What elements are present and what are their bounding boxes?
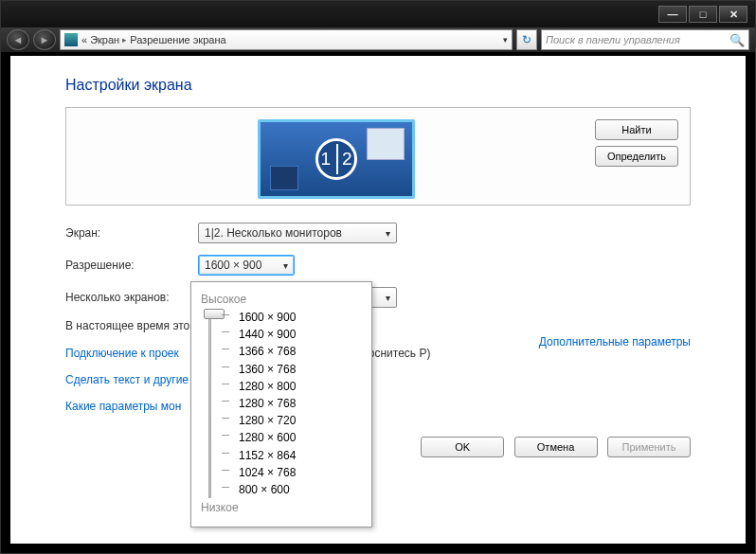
cancel-button[interactable]: Отмена bbox=[514, 437, 598, 457]
window: — □ ✕ ◄ ► « Экран ▸ Разрешение экрана ▾ … bbox=[0, 0, 756, 554]
resolution-popup[interactable]: Высокое 1600 × 9001440 × 9001366 × 76813… bbox=[190, 281, 372, 527]
projector-link[interactable]: Подключение к проек bbox=[65, 347, 179, 360]
search-placeholder: Поиск в панели управления bbox=[546, 34, 680, 45]
resolution-option[interactable]: 1152 × 864 bbox=[239, 447, 362, 464]
forward-button[interactable]: ► bbox=[33, 29, 56, 50]
resolution-option[interactable]: 1366 × 768 bbox=[239, 343, 362, 360]
monitor-thumbnail[interactable]: 12 bbox=[258, 119, 415, 199]
display-combo[interactable]: 1|2. Несколько мониторов bbox=[198, 223, 397, 243]
find-button[interactable]: Найти bbox=[595, 119, 678, 140]
navbar: ◄ ► « Экран ▸ Разрешение экрана ▾ ↻ Поис… bbox=[1, 27, 755, 52]
resolution-option[interactable]: 1280 × 600 bbox=[239, 429, 362, 446]
breadcrumb-item[interactable]: Экран bbox=[90, 34, 119, 45]
monitor-preview: 12 Найти Определить bbox=[65, 107, 691, 206]
resolution-option[interactable]: 1440 × 900 bbox=[239, 326, 362, 343]
address-bar[interactable]: « Экран ▸ Разрешение экрана ▾ bbox=[60, 29, 513, 50]
popup-low-label: Низкое bbox=[201, 501, 362, 514]
resolution-slider[interactable] bbox=[201, 309, 218, 498]
control-panel-icon bbox=[64, 33, 78, 46]
breadcrumb-prefix: « bbox=[81, 34, 87, 45]
ok-button[interactable]: OK bbox=[421, 437, 504, 457]
chevron-right-icon: ▸ bbox=[122, 35, 127, 45]
status-text: В настоящее время это bbox=[65, 319, 189, 332]
content-pane: Настройки экрана 12 Найти Определить Экр… bbox=[10, 56, 746, 544]
resolution-option[interactable]: 1360 × 768 bbox=[239, 361, 362, 378]
popup-high-label: Высокое bbox=[201, 293, 362, 306]
window-thumb-icon bbox=[367, 128, 405, 160]
dialog-buttons: OK Отмена Применить bbox=[65, 423, 691, 457]
monitor-numbers: 12 bbox=[315, 138, 357, 180]
breadcrumb-item[interactable]: Разрешение экрана bbox=[130, 34, 225, 45]
resolution-option[interactable]: 1024 × 768 bbox=[239, 464, 362, 481]
apply-button: Применить bbox=[607, 437, 691, 457]
close-button[interactable]: ✕ bbox=[719, 6, 747, 23]
resolution-list: 1600 × 9001440 × 9001366 × 7681360 × 768… bbox=[218, 309, 362, 498]
refresh-button[interactable]: ↻ bbox=[516, 29, 537, 50]
search-icon[interactable]: 🔍 bbox=[729, 33, 745, 47]
multiple-label: Несколько экранов: bbox=[65, 291, 198, 304]
projector-tail: оснитесь P) bbox=[369, 347, 431, 360]
which-params-link[interactable]: Какие параметры мон bbox=[65, 400, 181, 413]
titlebar: — □ ✕ bbox=[1, 1, 755, 27]
resolution-option[interactable]: 800 × 600 bbox=[239, 481, 362, 498]
address-dropdown-icon[interactable]: ▾ bbox=[503, 35, 508, 45]
resolution-option[interactable]: 1280 × 800 bbox=[239, 378, 362, 395]
minimize-button[interactable]: — bbox=[658, 6, 687, 23]
page-title: Настройки экрана bbox=[65, 77, 691, 94]
resolution-option[interactable]: 1280 × 720 bbox=[239, 412, 362, 429]
search-input[interactable]: Поиск в панели управления 🔍 bbox=[541, 29, 749, 50]
resolution-label: Разрешение: bbox=[65, 259, 198, 272]
back-button[interactable]: ◄ bbox=[7, 29, 29, 50]
resolution-option[interactable]: 1280 × 768 bbox=[239, 395, 362, 412]
text-size-link[interactable]: Сделать текст и другие bbox=[65, 373, 189, 386]
advanced-link[interactable]: Дополнительные параметры bbox=[539, 335, 691, 348]
window-thumb-icon bbox=[270, 166, 298, 190]
resolution-combo[interactable]: 1600 × 900 bbox=[198, 255, 295, 276]
resolution-option[interactable]: 1600 × 900 bbox=[239, 309, 362, 326]
identify-button[interactable]: Определить bbox=[595, 146, 678, 167]
display-label: Экран: bbox=[65, 226, 198, 240]
maximize-button[interactable]: □ bbox=[689, 6, 717, 23]
